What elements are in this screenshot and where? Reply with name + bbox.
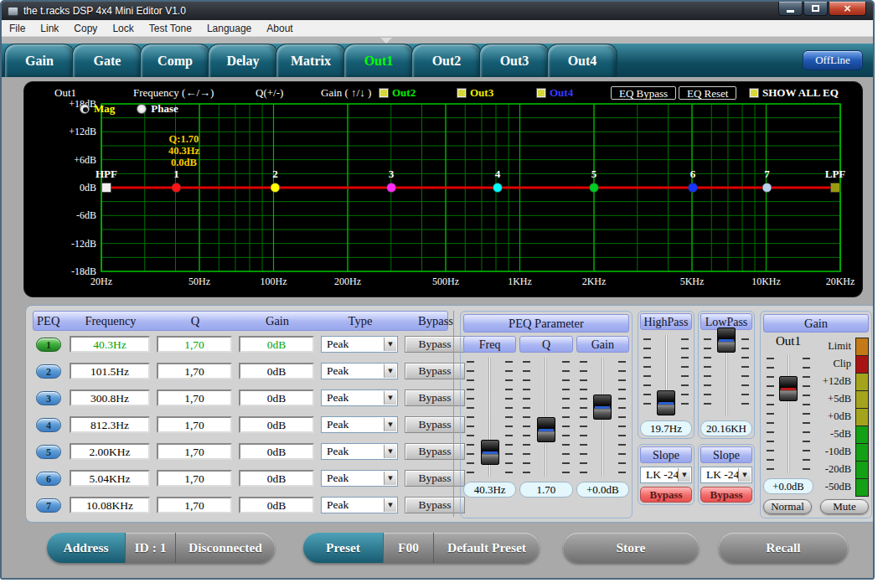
eq-point-4[interactable] (493, 183, 502, 193)
lowpass-value[interactable]: 20.16KH (700, 420, 752, 436)
offline-button[interactable]: OffLine (803, 50, 863, 70)
tab-delay[interactable]: Delay (208, 44, 278, 77)
gain-field[interactable]: 0dB (239, 470, 314, 487)
chevron-down-icon[interactable]: ▼ (384, 472, 396, 485)
band-select-button[interactable]: 3 (36, 391, 61, 405)
chevron-down-icon[interactable]: ▼ (738, 468, 751, 482)
band-select-button[interactable]: 2 (36, 364, 61, 379)
eq-point-2[interactable] (271, 183, 280, 193)
tab-out3[interactable]: Out3 (479, 44, 550, 77)
gain-field[interactable]: 0dB (239, 389, 314, 406)
bypass-button[interactable]: Bypass (405, 470, 465, 487)
tab-out4[interactable]: Out4 (547, 44, 617, 77)
preset-button[interactable]: Preset (303, 533, 384, 563)
chevron-down-icon[interactable]: ▼ (678, 468, 690, 482)
eq-bypass-button[interactable]: EQ Bypass (611, 86, 676, 100)
slider-handle[interactable] (537, 417, 555, 442)
checkbox-icon[interactable] (457, 89, 466, 97)
menu-copy[interactable]: Copy (66, 21, 105, 36)
overlay-toggle-out4[interactable]: Out4 (537, 86, 573, 100)
frequency-field[interactable]: 101.5Hz (70, 363, 150, 379)
menu-test-tone[interactable]: Test Tone (142, 21, 199, 36)
menu-about[interactable]: About (259, 21, 300, 36)
chevron-down-icon[interactable]: ▼ (384, 498, 396, 512)
eq-point-7[interactable] (762, 183, 772, 193)
menu-language[interactable]: Language (199, 21, 259, 36)
checkbox-icon[interactable] (380, 89, 388, 97)
overlay-toggle-out3[interactable]: Out3 (457, 86, 493, 100)
chevron-down-icon[interactable]: ▼ (384, 364, 396, 378)
type-select[interactable]: Peak▼ (321, 497, 398, 513)
mute-button[interactable]: Mute (820, 499, 869, 514)
tab-matrix[interactable]: Matrix (276, 44, 346, 77)
type-select[interactable]: Peak▼ (321, 470, 398, 487)
gain-field[interactable]: 0dB (239, 363, 314, 379)
type-select[interactable]: Peak▼ (321, 389, 398, 406)
q-field[interactable]: 1,70 (157, 389, 232, 406)
tab-gain[interactable]: Gain (4, 44, 75, 77)
gain-slider[interactable] (576, 354, 629, 480)
show-all-eq-toggle[interactable]: SHOW ALL EQ (750, 86, 839, 100)
q-value[interactable]: 1.70 (519, 482, 572, 498)
type-select[interactable]: Peak▼ (321, 443, 398, 460)
band-select-button[interactable]: 4 (36, 418, 61, 432)
q-field[interactable]: 1,70 (157, 470, 232, 487)
menu-link[interactable]: Link (33, 21, 66, 36)
gain-field[interactable]: 0dB (239, 416, 314, 433)
menu-file[interactable]: File (2, 21, 33, 36)
bypass-button[interactable]: Bypass (405, 336, 465, 353)
band-select-button[interactable]: 5 (36, 445, 61, 459)
phase-radio[interactable]: Phase (137, 102, 178, 116)
eq-point-1[interactable] (172, 183, 181, 193)
frequency-field[interactable]: 812.3Hz (70, 416, 150, 433)
bypass-button[interactable]: Bypass (405, 497, 465, 513)
lowpass-slider[interactable] (700, 332, 752, 419)
chevron-down-icon[interactable]: ▼ (384, 391, 396, 405)
gain-field[interactable]: 0dB (239, 497, 314, 513)
slider-handle[interactable] (481, 440, 499, 465)
bypass-button[interactable]: Bypass (405, 416, 465, 433)
eq-point-3[interactable] (387, 183, 396, 193)
chevron-down-icon[interactable]: ▼ (384, 418, 396, 431)
frequency-field[interactable]: 10.08KHz (70, 497, 150, 513)
recall-button[interactable]: Recall (719, 533, 848, 563)
tab-out1[interactable]: Out1 (343, 44, 414, 77)
title-bar[interactable]: the t.racks DSP 4x4 Mini Editor V1.0 × (2, 2, 873, 20)
band-select-button[interactable]: 6 (36, 472, 61, 486)
eq-response-chart[interactable]: 20Hz50Hz100Hz200Hz500Hz1KHz2KHz5KHz10KHz… (24, 99, 864, 297)
normal-button[interactable]: Normal (763, 499, 812, 514)
frequency-field[interactable]: 5.04KHz (70, 470, 150, 487)
eq-point-6[interactable] (689, 183, 698, 193)
bypass-button[interactable]: Bypass (405, 363, 465, 379)
frequency-field[interactable]: 300.8Hz (70, 389, 150, 406)
slider-handle[interactable] (657, 390, 675, 415)
checkbox-icon[interactable] (750, 89, 758, 97)
close-button[interactable]: × (829, 2, 866, 16)
eq-point-hpf[interactable] (102, 183, 111, 193)
slider-handle[interactable] (779, 376, 798, 401)
tab-gate[interactable]: Gate (72, 44, 142, 77)
gain-value[interactable]: +0.0dB (763, 478, 813, 494)
store-button[interactable]: Store (563, 533, 699, 563)
menu-lock[interactable]: Lock (105, 21, 141, 36)
band-select-button[interactable]: 7 (36, 498, 61, 513)
type-select[interactable]: Peak▼ (321, 336, 398, 353)
chevron-down-icon[interactable]: ▼ (384, 445, 396, 458)
gain-field[interactable]: 0dB (239, 443, 314, 460)
eq-point-lpf[interactable] (831, 183, 840, 193)
q-field[interactable]: 1,70 (157, 497, 232, 513)
tab-comp[interactable]: Comp (140, 44, 210, 77)
q-field[interactable]: 1,70 (157, 336, 232, 353)
gain-field[interactable]: 0dB (239, 336, 314, 353)
band-select-button[interactable]: 1 (36, 338, 61, 352)
slider-handle[interactable] (593, 395, 612, 420)
maximize-button[interactable] (803, 2, 828, 16)
eq-reset-button[interactable]: EQ Reset (679, 86, 736, 100)
bypass-button[interactable]: Bypass (405, 443, 465, 460)
freq-slider[interactable] (463, 354, 516, 480)
gain-value[interactable]: +0.0dB (576, 482, 629, 498)
q-field[interactable]: 1,70 (157, 363, 232, 379)
tab-out2[interactable]: Out2 (411, 44, 482, 77)
mag-radio[interactable]: Mag (80, 102, 115, 116)
frequency-field[interactable]: 40.3Hz (70, 336, 150, 353)
